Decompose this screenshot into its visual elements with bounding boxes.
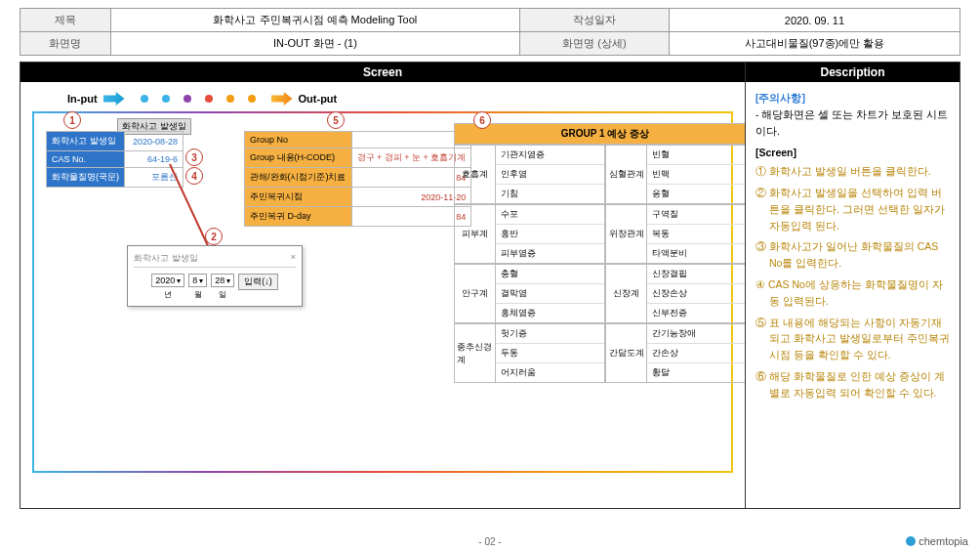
symptom-item: 신장결핍	[647, 265, 745, 284]
output-label: Out-put	[299, 93, 338, 105]
symptom-item: 간기능장애	[647, 324, 745, 344]
desc-note: - 해당화면은 셀 또는 차트가 보호된 시트이다.	[755, 106, 950, 140]
screen-label: 화면명	[20, 32, 111, 56]
input-label: In-put	[67, 93, 98, 105]
symptom-panel: GROUP 1 예상 증상 호흡계기관지염증인후염기침피부계수포홍반피부염증안구…	[454, 123, 745, 383]
dot-icon	[141, 95, 148, 103]
desc-warn: [주의사항]	[755, 90, 950, 106]
grp-r3-l: 관해/완화(시점기준)치료	[245, 168, 352, 188]
marker-4: 4	[185, 167, 203, 185]
brand-text: chemtopia	[919, 535, 968, 547]
inout-row: In-put Out-put	[67, 92, 737, 106]
input-submit-button[interactable]: 입력(↓)	[238, 274, 278, 290]
screen-name: IN-OUT 화면 - (1)	[110, 32, 519, 56]
symptom-item: 타액분비	[647, 244, 745, 263]
symptom-item: 응혈	[647, 185, 745, 203]
arrow-in-icon	[103, 92, 125, 106]
symptom-category: 중추신경계	[455, 324, 496, 382]
input-r2-label: CAS No.	[47, 151, 125, 168]
symptom-category: 안구계	[455, 265, 496, 322]
input-r1-val[interactable]: 2020-08-28	[125, 132, 184, 151]
symptom-item: 헛기증	[496, 324, 604, 344]
input-r2-val[interactable]: 64-19-6	[125, 151, 184, 168]
symptom-category: 위장관계	[606, 205, 647, 263]
dot-icon	[226, 95, 234, 103]
group-table: Group No1 Group 내용(H-CODE)경구 + 경피 + 눈 + …	[244, 131, 471, 227]
symptom-item: 빈맥	[647, 165, 745, 185]
symptom-item: 빈혈	[647, 146, 745, 165]
marker-1: 1	[63, 111, 81, 129]
year-select[interactable]: 2020	[151, 274, 184, 287]
screen-header: Screen	[20, 63, 745, 82]
symptom-category: 신장계	[606, 265, 647, 322]
close-icon[interactable]: ×	[291, 252, 296, 265]
dot-icon	[205, 95, 213, 103]
month-select[interactable]: 8	[188, 274, 207, 287]
symptom-item: 피부염증	[496, 244, 604, 263]
marker-2: 2	[205, 228, 223, 245]
symptom-block: 호흡계기관지염증인후염기침	[454, 145, 605, 204]
title: 화학사고 주민복귀시점 예측 Modeling Tool	[110, 9, 519, 32]
input-table: 화학사고 발생일2020-08-28 CAS No.64-19-6 화학물질명(…	[46, 131, 184, 188]
date-popup: 화학사고 발생일 × 2020년 8월 28일 입력(↓)	[127, 245, 303, 307]
process-dots	[141, 95, 256, 103]
marker-3: 3	[185, 148, 203, 166]
symptom-block: 위장관계구역질복통타액분비	[605, 204, 745, 264]
symptom-block: 신장계신장결핍신장손상신부전증	[605, 264, 745, 323]
arrow-out-icon	[271, 92, 293, 106]
marker-5: 5	[327, 111, 345, 129]
month-label: 월	[188, 289, 207, 300]
rainbow-frame: 1 2 3 4 5 6 화학사고 발생일 화학사고 발생일2020-08-28 …	[32, 111, 733, 473]
symptom-item: 충혈	[496, 265, 604, 284]
symptom-item: 수포	[496, 205, 604, 225]
grp-r5-l: 주민복귀 D-day	[245, 207, 352, 227]
symptom-item: 신부전증	[647, 304, 745, 322]
symptom-item: 홍체염증	[496, 304, 604, 322]
desc-sect: [Screen]	[755, 145, 950, 161]
symptom-category: 피부계	[455, 205, 496, 263]
symptom-item: 황달	[647, 363, 745, 382]
marker-6: 6	[473, 111, 491, 129]
brand-logo: chemtopia	[906, 535, 968, 547]
day-select[interactable]: 28	[211, 274, 234, 287]
popup-title: 화학사고 발생일	[134, 252, 198, 265]
symptom-category: 간담도계	[606, 324, 647, 382]
symptom-block: 간담도계간기능장애간손상황달	[605, 323, 745, 383]
desc-header: Description	[746, 63, 960, 82]
page-number: - 02 -	[0, 536, 980, 547]
screen-detail: 사고대비물질(97종)에만 활용	[669, 32, 960, 56]
brand-dot-icon	[906, 536, 916, 546]
date-label: 작성일자	[519, 9, 669, 32]
dot-icon	[248, 95, 256, 103]
dot-icon	[162, 95, 170, 103]
symptom-item: 기침	[496, 185, 604, 203]
title-label: 제목	[20, 9, 111, 32]
symptom-item: 인후염	[496, 165, 604, 185]
day-label: 일	[211, 289, 234, 300]
year-label: 년	[151, 289, 184, 300]
symptom-block: 안구계충혈결막염홍체염증	[454, 264, 605, 323]
symptom-item: 신장손상	[647, 284, 745, 304]
symptom-item: 기관지염증	[496, 146, 604, 165]
symptom-block: 피부계수포홍반피부염증	[454, 204, 605, 264]
symptom-item: 구역질	[647, 205, 745, 225]
step-2: ② 화학사고 발생일을 선택하여 입력 버튼을 클릭한다. 그러면 선택한 일자…	[755, 185, 950, 233]
step-3: ③ 화학사고가 일어난 화학물질의 CAS No를 입력한다.	[755, 238, 950, 272]
step-1: ① 화학사고 발생일 버튼을 클릭한다.	[755, 163, 950, 180]
symptom-item: 홍반	[496, 225, 604, 244]
step-6: ⑥ 해당 화학물질로 인한 예상 증상이 계 별로 자동입력 되어 확인할 수 …	[755, 368, 950, 402]
input-r3-label: 화학물질명(국문)	[47, 168, 125, 188]
symptom-item: 결막염	[496, 284, 604, 304]
symptom-block: 심혈관계빈혈빈맥응혈	[605, 145, 745, 204]
header-table: 제목 화학사고 주민복귀시점 예측 Modeling Tool 작성일자 202…	[20, 8, 960, 56]
symptom-item: 두통	[496, 344, 604, 363]
symptom-category: 심혈관계	[606, 146, 647, 203]
dot-icon	[184, 95, 191, 103]
symptom-title: GROUP 1 예상 증상	[454, 123, 745, 145]
grp-r4-l: 주민복귀시점	[245, 188, 352, 207]
detail-label: 화면명 (상세)	[519, 32, 669, 56]
symptom-item: 어지러움	[496, 363, 604, 382]
symptom-item: 복통	[647, 225, 745, 244]
input-r1-label: 화학사고 발생일	[47, 132, 125, 151]
symptom-block: 중추신경계헛기증두통어지러움	[454, 323, 605, 383]
